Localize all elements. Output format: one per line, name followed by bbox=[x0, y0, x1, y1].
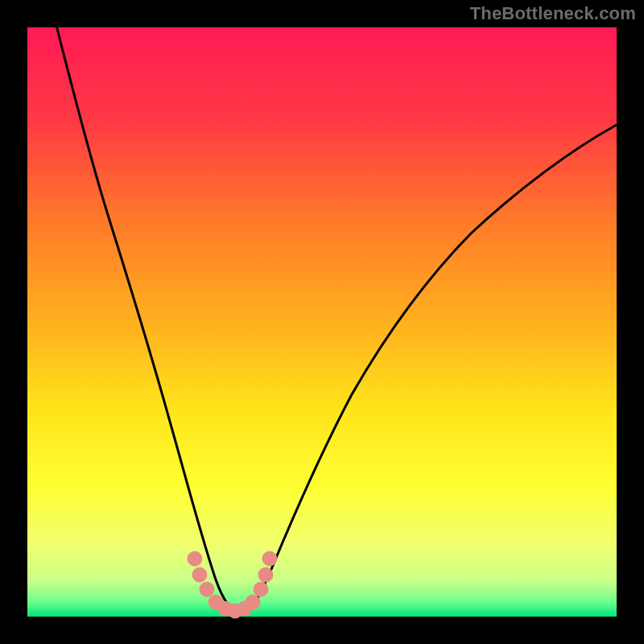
svg-point-9 bbox=[258, 568, 273, 582]
svg-point-10 bbox=[262, 551, 277, 566]
watermark-text: TheBottleneck.com bbox=[470, 3, 636, 24]
svg-point-7 bbox=[246, 595, 260, 609]
bottleneck-chart bbox=[0, 0, 644, 644]
svg-point-0 bbox=[188, 551, 202, 566]
plot-background bbox=[27, 27, 617, 617]
svg-point-1 bbox=[192, 568, 207, 582]
svg-point-2 bbox=[200, 582, 214, 597]
chart-container: TheBottleneck.com bbox=[0, 0, 644, 644]
svg-point-8 bbox=[254, 582, 268, 597]
